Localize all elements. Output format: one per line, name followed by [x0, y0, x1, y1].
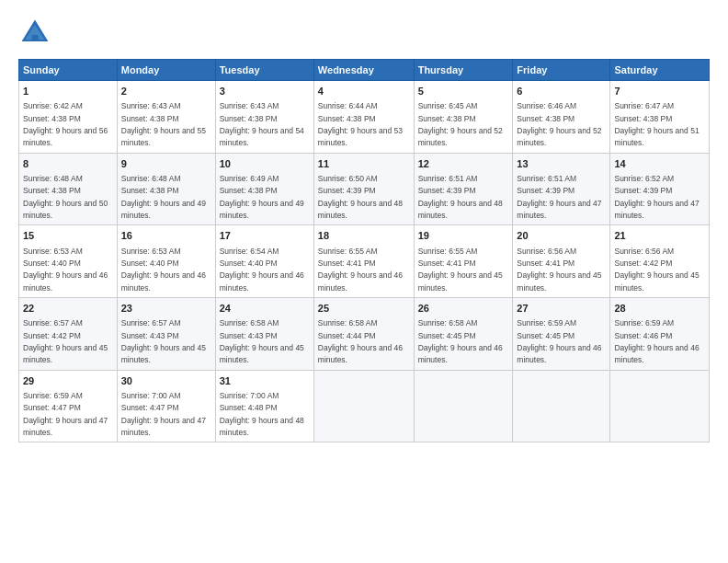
- day-number: 13: [517, 157, 606, 171]
- calendar-row-1: 8 Sunrise: 6:48 AMSunset: 4:38 PMDayligh…: [19, 153, 710, 225]
- day-number: 8: [23, 157, 113, 171]
- logo-icon: [18, 17, 51, 50]
- day-number: 20: [517, 229, 606, 243]
- day-info: Sunrise: 6:43 AMSunset: 4:38 PMDaylight:…: [220, 101, 304, 147]
- day-info: Sunrise: 6:59 AMSunset: 4:45 PMDaylight:…: [517, 318, 601, 364]
- day-number: 18: [318, 229, 410, 243]
- day-number: 3: [220, 85, 310, 98]
- day-number: 6: [517, 85, 606, 98]
- weekday-wednesday: Wednesday: [313, 60, 414, 81]
- calendar-cell: 17 Sunrise: 6:54 AMSunset: 4:40 PMDaylig…: [215, 225, 313, 298]
- calendar-cell: 16 Sunrise: 6:53 AMSunset: 4:40 PMDaylig…: [117, 225, 215, 298]
- day-info: Sunrise: 6:48 AMSunset: 4:38 PMDaylight:…: [23, 174, 108, 220]
- calendar-cell: 9 Sunrise: 6:48 AMSunset: 4:38 PMDayligh…: [117, 153, 215, 225]
- day-info: Sunrise: 6:58 AMSunset: 4:43 PMDaylight:…: [220, 318, 304, 364]
- day-info: Sunrise: 6:43 AMSunset: 4:38 PMDaylight:…: [121, 101, 206, 147]
- calendar-cell: 12 Sunrise: 6:51 AMSunset: 4:39 PMDaylig…: [414, 153, 513, 225]
- day-info: Sunrise: 6:59 AMSunset: 4:46 PMDaylight:…: [614, 318, 699, 364]
- day-number: 4: [318, 85, 410, 98]
- calendar-cell: 28 Sunrise: 6:59 AMSunset: 4:46 PMDaylig…: [610, 297, 710, 370]
- calendar-cell: 27 Sunrise: 6:59 AMSunset: 4:45 PMDaylig…: [513, 297, 610, 370]
- calendar-cell: 10 Sunrise: 6:49 AMSunset: 4:38 PMDaylig…: [215, 153, 313, 225]
- calendar-cell: 26 Sunrise: 6:58 AMSunset: 4:45 PMDaylig…: [414, 297, 513, 370]
- day-info: Sunrise: 6:56 AMSunset: 4:42 PMDaylight:…: [614, 247, 699, 293]
- day-info: Sunrise: 6:51 AMSunset: 4:39 PMDaylight:…: [517, 174, 601, 220]
- weekday-thursday: Thursday: [414, 60, 513, 81]
- day-number: 15: [23, 229, 113, 243]
- day-info: Sunrise: 6:53 AMSunset: 4:40 PMDaylight:…: [23, 247, 108, 293]
- calendar-cell: 5 Sunrise: 6:45 AMSunset: 4:38 PMDayligh…: [414, 81, 513, 154]
- day-info: Sunrise: 6:45 AMSunset: 4:38 PMDaylight:…: [418, 101, 503, 147]
- calendar-cell: 19 Sunrise: 6:55 AMSunset: 4:41 PMDaylig…: [414, 225, 513, 298]
- day-number: 1: [23, 85, 113, 98]
- calendar-cell: 14 Sunrise: 6:52 AMSunset: 4:39 PMDaylig…: [610, 153, 710, 225]
- day-number: 26: [418, 302, 509, 316]
- calendar-cell: 20 Sunrise: 6:56 AMSunset: 4:41 PMDaylig…: [513, 225, 610, 298]
- day-info: Sunrise: 7:00 AMSunset: 4:48 PMDaylight:…: [220, 391, 304, 437]
- day-number: 12: [418, 157, 509, 171]
- calendar-cell: 18 Sunrise: 6:55 AMSunset: 4:41 PMDaylig…: [313, 225, 414, 298]
- day-info: Sunrise: 6:57 AMSunset: 4:43 PMDaylight:…: [121, 318, 206, 364]
- calendar-cell: 15 Sunrise: 6:53 AMSunset: 4:40 PMDaylig…: [19, 225, 118, 298]
- weekday-monday: Monday: [117, 60, 215, 81]
- calendar-cell: 8 Sunrise: 6:48 AMSunset: 4:38 PMDayligh…: [19, 153, 118, 225]
- calendar-cell: 30 Sunrise: 7:00 AMSunset: 4:47 PMDaylig…: [117, 370, 215, 442]
- calendar-cell: [513, 370, 610, 442]
- calendar-cell: 6 Sunrise: 6:46 AMSunset: 4:38 PMDayligh…: [513, 81, 610, 154]
- day-info: Sunrise: 6:51 AMSunset: 4:39 PMDaylight:…: [418, 174, 503, 220]
- day-info: Sunrise: 6:56 AMSunset: 4:41 PMDaylight:…: [517, 247, 601, 293]
- day-number: 16: [121, 229, 211, 243]
- day-number: 25: [318, 302, 410, 316]
- calendar-row-0: 1 Sunrise: 6:42 AMSunset: 4:38 PMDayligh…: [19, 81, 710, 154]
- calendar-cell: 21 Sunrise: 6:56 AMSunset: 4:42 PMDaylig…: [610, 225, 710, 298]
- weekday-sunday: Sunday: [19, 60, 118, 81]
- calendar-cell: [414, 370, 513, 442]
- calendar-row-4: 29 Sunrise: 6:59 AMSunset: 4:47 PMDaylig…: [19, 370, 710, 442]
- day-info: Sunrise: 6:52 AMSunset: 4:39 PMDaylight:…: [614, 174, 699, 220]
- day-number: 29: [23, 374, 113, 388]
- day-number: 31: [220, 374, 310, 388]
- weekday-header-row: SundayMondayTuesdayWednesdayThursdayFrid…: [19, 60, 710, 81]
- calendar-cell: 29 Sunrise: 6:59 AMSunset: 4:47 PMDaylig…: [19, 370, 118, 442]
- calendar-cell: 11 Sunrise: 6:50 AMSunset: 4:39 PMDaylig…: [313, 153, 414, 225]
- day-number: 5: [418, 85, 509, 98]
- day-info: Sunrise: 6:55 AMSunset: 4:41 PMDaylight:…: [418, 247, 503, 293]
- calendar-cell: 13 Sunrise: 6:51 AMSunset: 4:39 PMDaylig…: [513, 153, 610, 225]
- day-info: Sunrise: 6:59 AMSunset: 4:47 PMDaylight:…: [23, 391, 108, 437]
- day-number: 21: [614, 229, 705, 243]
- day-info: Sunrise: 6:57 AMSunset: 4:42 PMDaylight:…: [23, 318, 108, 364]
- day-number: 30: [121, 374, 211, 388]
- calendar-cell: 23 Sunrise: 6:57 AMSunset: 4:43 PMDaylig…: [117, 297, 215, 370]
- weekday-tuesday: Tuesday: [215, 60, 313, 81]
- day-number: 24: [220, 302, 310, 316]
- calendar-cell: 2 Sunrise: 6:43 AMSunset: 4:38 PMDayligh…: [117, 81, 215, 154]
- calendar-table: SundayMondayTuesdayWednesdayThursdayFrid…: [18, 59, 710, 442]
- day-number: 14: [614, 157, 705, 171]
- day-number: 28: [614, 302, 705, 316]
- day-info: Sunrise: 6:58 AMSunset: 4:45 PMDaylight:…: [418, 318, 503, 364]
- day-number: 23: [121, 302, 211, 316]
- calendar-cell: 24 Sunrise: 6:58 AMSunset: 4:43 PMDaylig…: [215, 297, 313, 370]
- calendar-cell: 31 Sunrise: 7:00 AMSunset: 4:48 PMDaylig…: [215, 370, 313, 442]
- day-number: 2: [121, 85, 211, 98]
- weekday-saturday: Saturday: [610, 60, 710, 81]
- day-info: Sunrise: 6:49 AMSunset: 4:38 PMDaylight:…: [220, 174, 304, 220]
- day-info: Sunrise: 6:53 AMSunset: 4:40 PMDaylight:…: [121, 247, 206, 293]
- day-number: 17: [220, 229, 310, 243]
- calendar-cell: [610, 370, 710, 442]
- calendar-row-3: 22 Sunrise: 6:57 AMSunset: 4:42 PMDaylig…: [19, 297, 710, 370]
- day-info: Sunrise: 6:47 AMSunset: 4:38 PMDaylight:…: [614, 101, 699, 147]
- day-info: Sunrise: 6:55 AMSunset: 4:41 PMDaylight:…: [318, 247, 403, 293]
- logo: [18, 17, 57, 50]
- day-info: Sunrise: 6:46 AMSunset: 4:38 PMDaylight:…: [517, 101, 601, 147]
- day-number: 19: [418, 229, 509, 243]
- day-number: 9: [121, 157, 211, 171]
- day-number: 27: [517, 302, 606, 316]
- calendar-cell: 1 Sunrise: 6:42 AMSunset: 4:38 PMDayligh…: [19, 81, 118, 154]
- calendar-cell: 7 Sunrise: 6:47 AMSunset: 4:38 PMDayligh…: [610, 81, 710, 154]
- header: [18, 17, 710, 50]
- day-info: Sunrise: 6:54 AMSunset: 4:40 PMDaylight:…: [220, 247, 304, 293]
- calendar-cell: 4 Sunrise: 6:44 AMSunset: 4:38 PMDayligh…: [313, 81, 414, 154]
- page: SundayMondayTuesdayWednesdayThursdayFrid…: [0, 0, 728, 563]
- calendar-cell: 3 Sunrise: 6:43 AMSunset: 4:38 PMDayligh…: [215, 81, 313, 154]
